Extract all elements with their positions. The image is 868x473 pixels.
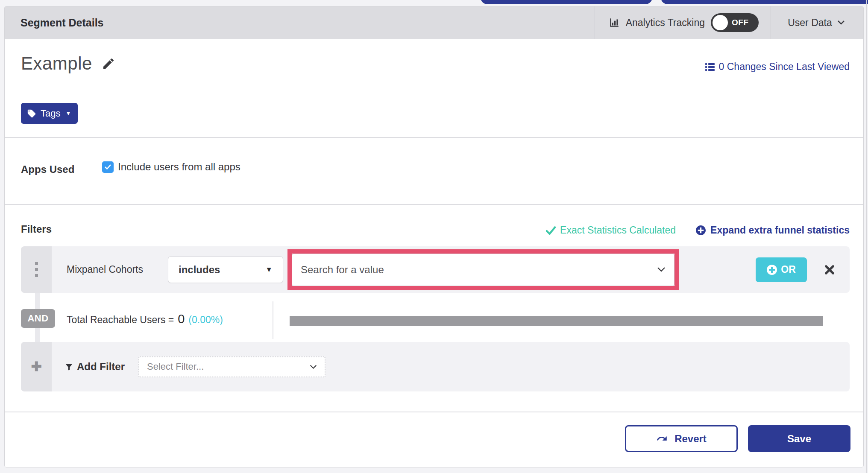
footer-actions: Revert Save — [5, 412, 863, 468]
plus-circle-icon — [695, 225, 706, 236]
filter-name-label: Mixpanel Cohorts — [67, 264, 143, 275]
include-all-apps-checkbox[interactable] — [102, 161, 114, 173]
total-reachable-percent: (0.00%) — [188, 314, 223, 326]
caret-down-icon: ▼ — [65, 110, 71, 117]
tags-button-label: Tags — [41, 108, 60, 119]
scrollbar[interactable] — [866, 0, 867, 473]
exact-statistics-label: Exact Statistics Calculated — [560, 225, 676, 236]
add-filter-row: ✚ Add Filter Select Filter... — [21, 342, 850, 391]
save-button[interactable]: Save — [748, 425, 850, 452]
add-filter-label: Add Filter — [77, 361, 125, 373]
edit-pencil-icon[interactable] — [102, 57, 115, 70]
toggle-state-label: OFF — [732, 18, 749, 27]
exact-statistics-status: Exact Statistics Calculated — [546, 225, 676, 236]
panel-title: Segment Details — [5, 17, 595, 29]
analytics-tracking-toggle[interactable]: OFF — [711, 13, 759, 32]
include-all-apps-row: Include users from all apps — [102, 161, 240, 173]
total-reachable-label: Total Reachable Users = — [67, 314, 174, 326]
filters-section: Filters Exact Statistics Calculated Expa… — [5, 204, 863, 412]
analytics-tracking-group: Analytics Tracking OFF — [595, 6, 771, 39]
user-data-label: User Data — [788, 17, 832, 29]
reachable-users-bar — [290, 316, 823, 326]
apps-used-section: Apps Used Include users from all apps — [5, 137, 863, 204]
expand-funnel-statistics-link[interactable]: Expand extra funnel statistics — [695, 225, 850, 236]
chevron-down-icon — [310, 365, 317, 369]
plus-icon: ✚ — [31, 360, 41, 373]
top-cutoff-button-right[interactable] — [661, 0, 868, 4]
segment-name: Example — [21, 53, 115, 74]
filters-title: Filters — [21, 223, 52, 235]
and-badge: AND — [21, 309, 55, 328]
user-data-dropdown[interactable]: User Data — [771, 6, 863, 39]
toggle-knob — [713, 15, 728, 30]
changes-link-label: 0 Changes Since Last Viewed — [719, 61, 850, 73]
panel-header: Segment Details Analytics Tracking OFF U… — [5, 6, 863, 39]
save-button-label: Save — [787, 433, 811, 445]
add-or-condition-button[interactable]: OR — [756, 257, 807, 282]
filters-stats-links: Exact Statistics Calculated Expand extra… — [546, 225, 850, 236]
include-all-apps-label: Include users from all apps — [118, 161, 240, 173]
apps-used-label: Apps Used — [21, 164, 74, 175]
revert-button-label: Revert — [674, 433, 707, 445]
drag-handle[interactable] — [21, 246, 52, 293]
total-reachable-value: 0 — [178, 312, 185, 326]
funnel-icon — [65, 362, 73, 371]
select-filter-placeholder: Select Filter... — [147, 361, 204, 372]
add-filter-label-group: Add Filter — [65, 361, 125, 373]
or-button-label: OR — [781, 264, 796, 275]
total-reachable-users: Total Reachable Users = 0 (0.00%) — [67, 312, 223, 326]
tag-icon — [27, 109, 36, 118]
segment-name-text: Example — [21, 53, 92, 74]
check-icon — [546, 226, 556, 235]
add-filter-body: Add Filter Select Filter... — [52, 342, 850, 391]
plus-circle-icon — [767, 265, 777, 275]
top-cutoff-button-left[interactable] — [481, 0, 652, 4]
add-filter-handle: ✚ — [21, 342, 52, 391]
analytics-tracking-label: Analytics Tracking — [626, 17, 705, 29]
chevron-down-icon — [657, 267, 666, 272]
changes-since-last-viewed-link[interactable]: 0 Changes Since Last Viewed — [705, 61, 850, 73]
bar-chart-icon — [609, 17, 620, 28]
revert-button[interactable]: Revert — [625, 425, 738, 452]
vertical-divider — [273, 301, 273, 339]
remove-filter-icon[interactable] — [824, 264, 836, 276]
operator-value: includes — [179, 264, 220, 276]
select-filter-dropdown[interactable]: Select Filter... — [138, 356, 326, 377]
changelog-list-icon — [705, 62, 715, 72]
value-select-placeholder: Search for a value — [301, 264, 384, 276]
operator-select[interactable]: includes ▼ — [168, 256, 283, 283]
value-select[interactable]: Search for a value — [292, 254, 674, 286]
title-section: Example Tags ▼ 0 Changes Since Last View… — [5, 39, 863, 137]
expand-funnel-statistics-label: Expand extra funnel statistics — [710, 225, 850, 236]
undo-icon — [656, 433, 668, 444]
value-select-highlight: Search for a value — [287, 249, 679, 290]
segment-details-card: Segment Details Analytics Tracking OFF U… — [4, 6, 864, 467]
caret-down-icon: ▼ — [265, 266, 273, 274]
tags-button[interactable]: Tags ▼ — [21, 103, 78, 124]
drag-dots-icon — [35, 262, 38, 277]
filter-row: Mixpanel Cohorts includes ▼ Search for a… — [21, 246, 850, 293]
chevron-down-icon — [837, 20, 845, 25]
filter-row-body: Mixpanel Cohorts includes ▼ Search for a… — [52, 246, 850, 293]
